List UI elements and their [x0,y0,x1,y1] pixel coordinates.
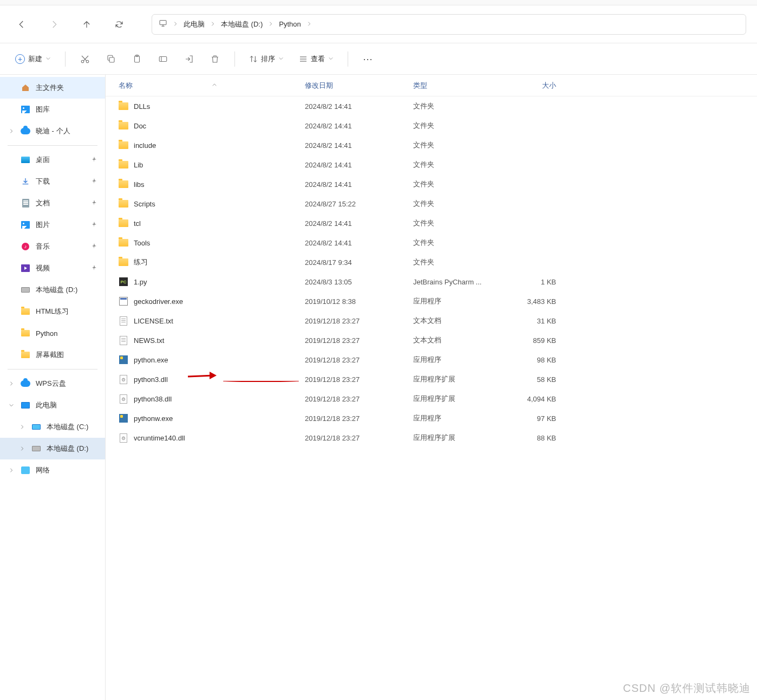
file-type: JetBrains PyCharm ... [409,278,501,286]
sidebar-videos[interactable]: 视频 [0,257,105,279]
breadcrumb-disk[interactable]: 本地磁盘 (D:) [218,20,266,29]
sort-label: 排序 [261,54,275,64]
pin-icon [91,156,97,164]
main-area: 主文件夹 图库 晓迪 - 个人 桌面 下载 文档 [0,75,757,700]
more-button[interactable]: ⋯ [357,48,378,70]
view-icon [299,55,308,63]
column-size[interactable]: 大小 [501,81,560,90]
file-row[interactable]: tcl 2024/8/2 14:41 文件夹 [106,213,757,233]
file-row[interactable]: 练习 2024/8/17 9:34 文件夹 [106,252,757,272]
file-date: 2019/12/18 23:27 [301,434,409,442]
address-bar[interactable]: 此电脑 本地磁盘 (D:) Python [152,14,746,35]
svg-point-1 [81,60,84,63]
music-icon: ♪ [21,242,30,251]
copy-button[interactable] [100,48,122,70]
separator [348,51,348,67]
paste-button[interactable] [126,48,148,70]
sidebar-label: 本地磁盘 (C:) [47,422,88,432]
sidebar-html-practice[interactable]: HTML练习 [0,301,105,322]
file-row[interactable]: include 2024/8/2 14:41 文件夹 [106,135,757,155]
breadcrumb-root[interactable]: 此电脑 [180,20,208,29]
file-row[interactable]: Scripts 2024/8/27 15:22 文件夹 [106,194,757,213]
video-icon [21,263,30,273]
new-button[interactable]: + 新建 [10,51,56,67]
file-type: 文件夹 [409,238,501,248]
sidebar-python[interactable]: Python [0,322,105,344]
rename-button[interactable] [152,48,174,70]
column-type[interactable]: 类型 [409,81,501,90]
disk-icon [31,422,41,432]
cut-button[interactable] [74,48,96,70]
file-date: 2019/12/18 23:27 [301,414,409,423]
pin-icon [91,264,97,273]
sidebar-label: 此电脑 [36,400,57,410]
toolbar: + 新建 排序 查看 ⋯ [0,43,757,75]
file-row[interactable]: geckodriver.exe 2019/10/12 8:38 应用程序 3,4… [106,291,757,311]
file-date: 2024/8/2 14:41 [301,239,409,247]
sidebar-screenshots[interactable]: 屏幕截图 [0,344,105,366]
file-name: Tools [134,239,150,247]
plus-icon: + [15,54,25,64]
sidebar-label: 下载 [36,177,50,186]
file-date: 2019/12/18 23:27 [301,375,409,384]
file-row[interactable]: LICENSE.txt 2019/12/18 23:27 文本文档 31 KB [106,311,757,330]
sidebar: 主文件夹 图库 晓迪 - 个人 桌面 下载 文档 [0,75,106,700]
chevron-right-icon[interactable] [8,468,15,473]
file-row[interactable]: pythonw.exe 2019/12/18 23:27 应用程序 97 KB [106,409,757,428]
column-date[interactable]: 修改日期 [301,81,409,90]
sidebar-desktop[interactable]: 桌面 [0,149,105,171]
forward-button[interactable] [43,14,65,35]
delete-button[interactable] [204,48,226,70]
file-row[interactable]: PC 1.py 2024/8/3 13:05 JetBrains PyCharm… [106,272,757,291]
file-row[interactable]: python3.dll 2019/12/18 23:27 应用程序扩展 58 K… [106,370,757,389]
refresh-button[interactable] [108,14,130,35]
file-row[interactable]: Tools 2024/8/2 14:41 文件夹 [106,233,757,252]
chevron-right-icon[interactable] [8,128,15,134]
file-type: 文本文档 [409,316,501,326]
chevron-right-icon [173,20,178,28]
sidebar-documents[interactable]: 文档 [0,192,105,214]
sidebar-network[interactable]: 网络 [0,459,105,481]
file-row[interactable]: vcruntime140.dll 2019/12/18 23:27 应用程序扩展… [106,428,757,448]
sidebar-downloads[interactable]: 下载 [0,171,105,192]
breadcrumb-folder[interactable]: Python [276,20,304,28]
sidebar-wps[interactable]: WPS云盘 [0,373,105,394]
nav-row: 此电脑 本地磁盘 (D:) Python [0,5,757,43]
view-button[interactable]: 查看 [293,51,339,67]
file-row[interactable]: python.exe 2019/12/18 23:27 应用程序 98 KB [106,350,757,370]
file-row[interactable]: Lib 2024/8/2 14:41 文件夹 [106,155,757,174]
sidebar-gallery[interactable]: 图库 [0,99,105,120]
chevron-right-icon[interactable] [18,424,26,430]
sidebar-this-pc[interactable]: 此电脑 [0,394,105,416]
pyexe-icon [119,413,128,423]
sidebar-home[interactable]: 主文件夹 [0,77,105,99]
file-date: 2024/8/2 14:41 [301,102,409,111]
sidebar-disk-d[interactable]: 本地磁盘 (D:) [0,279,105,301]
file-row[interactable]: libs 2024/8/2 14:41 文件夹 [106,174,757,194]
separator [234,51,235,67]
file-size: 58 KB [501,375,560,384]
sidebar-pictures[interactable]: 图片 [0,214,105,236]
sidebar-disk-c[interactable]: 本地磁盘 (C:) [0,416,105,438]
chevron-right-icon[interactable] [18,446,26,451]
sidebar-label: 桌面 [36,155,50,165]
file-type: 应用程序 [409,355,501,365]
file-date: 2024/8/2 14:41 [301,141,409,150]
file-row[interactable]: DLLs 2024/8/2 14:41 文件夹 [106,96,757,116]
column-name[interactable]: 名称 [106,81,301,90]
up-button[interactable] [76,14,97,35]
file-row[interactable]: Doc 2024/8/2 14:41 文件夹 [106,116,757,135]
back-button[interactable] [11,14,32,35]
sort-button[interactable]: 排序 [244,51,289,67]
chevron-right-icon[interactable] [8,381,15,386]
sidebar-personal[interactable]: 晓迪 - 个人 [0,120,105,142]
svg-rect-0 [160,21,166,25]
file-date: 2019/10/12 8:38 [301,297,409,306]
file-row[interactable]: python38.dll 2019/12/18 23:27 应用程序扩展 4,0… [106,389,757,409]
chevron-down-icon[interactable] [8,403,15,408]
folder-icon [119,257,128,267]
sidebar-music[interactable]: ♪ 音乐 [0,236,105,257]
file-row[interactable]: NEWS.txt 2019/12/18 23:27 文本文档 859 KB [106,330,757,350]
share-button[interactable] [178,48,200,70]
sidebar-disk-d-tree[interactable]: 本地磁盘 (D:) [0,438,105,459]
